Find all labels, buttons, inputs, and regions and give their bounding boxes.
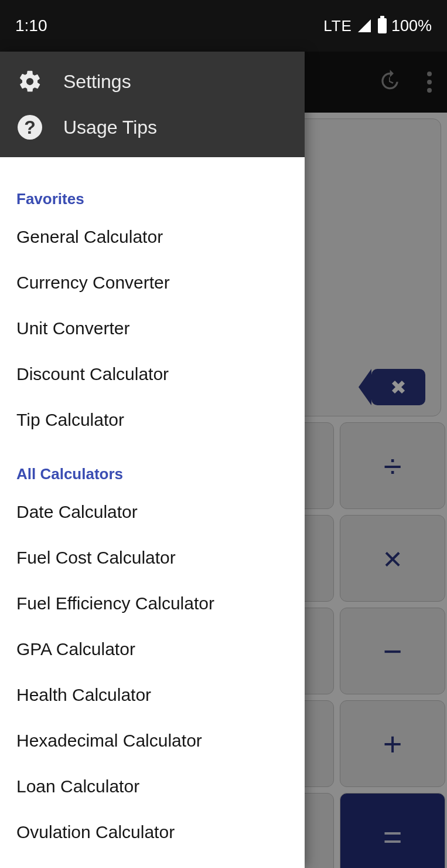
drawer-item-hexadecimal-calculator[interactable]: Hexadecimal Calculator [16,718,305,764]
battery-percent: 100% [391,17,432,35]
drawer-settings[interactable]: Settings [0,59,305,104]
drawer-item-loan-calculator[interactable]: Loan Calculator [16,764,305,809]
drawer-item-gpa-calculator[interactable]: GPA Calculator [16,626,305,672]
drawer-item-currency-converter[interactable]: Currency Converter [16,260,305,306]
status-time: 1:10 [15,16,47,35]
drawer-item-health-calculator[interactable]: Health Calculator [16,672,305,718]
drawer-item-fuel-cost-calculator[interactable]: Fuel Cost Calculator [16,535,305,581]
drawer-header: Settings ? Usage Tips [0,52,305,157]
favorites-heading: Favorites [16,190,305,208]
drawer-item-tip-calculator[interactable]: Tip Calculator [16,397,305,443]
drawer-usage-tips[interactable]: ? Usage Tips [0,104,305,150]
drawer-item-ovulation-calculator[interactable]: Ovulation Calculator [16,809,305,855]
status-right: LTE 100% [323,17,432,35]
drawer-item-general-calculator[interactable]: General Calculator [16,214,305,260]
signal-icon [358,19,371,32]
drawer-item-unit-converter[interactable]: Unit Converter [16,306,305,351]
drawer-item-fuel-efficiency-calculator[interactable]: Fuel Efficiency Calculator [16,581,305,626]
drawer-settings-label: Settings [63,71,131,93]
all-calculators-heading: All Calculators [16,465,305,483]
drawer-tips-label: Usage Tips [63,117,157,138]
drawer-item-discount-calculator[interactable]: Discount Calculator [16,351,305,397]
network-label: LTE [323,17,352,35]
gear-icon [18,69,42,94]
status-bar: 1:10 LTE 100% [0,0,447,52]
navigation-drawer: Settings ? Usage Tips Favorites General … [0,52,305,868]
drawer-body: Favorites General Calculator Currency Co… [0,157,305,868]
help-icon: ? [18,115,42,140]
drawer-item-date-calculator[interactable]: Date Calculator [16,489,305,535]
battery-icon [378,18,387,33]
